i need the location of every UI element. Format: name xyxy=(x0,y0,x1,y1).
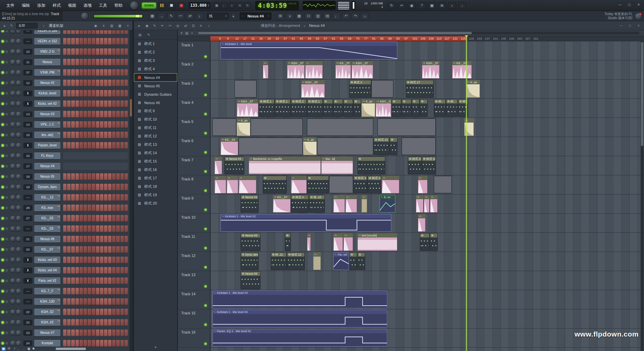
vertical-scrollbar[interactable] xyxy=(641,41,644,351)
step-cell[interactable] xyxy=(71,184,75,190)
step-cell[interactable] xyxy=(67,111,70,118)
menu-item-视图[interactable]: 视图 xyxy=(65,2,79,9)
step-cell[interactable] xyxy=(67,205,70,211)
step-grid-icon[interactable]: ▦ xyxy=(148,13,156,19)
step-cell[interactable] xyxy=(67,132,70,138)
channel-volume-knob[interactable] xyxy=(16,216,21,221)
track-name-cell[interactable]: Track 14 xyxy=(178,290,210,309)
clip-audio[interactable]: ↦KSH.._07 xyxy=(422,61,440,79)
channel-pan-knob[interactable] xyxy=(10,164,15,169)
channel-enable-led[interactable] xyxy=(1,92,4,95)
channel-volume-knob[interactable] xyxy=(16,164,21,169)
step-cell[interactable] xyxy=(112,319,115,326)
step-cell[interactable] xyxy=(88,298,91,305)
step-cell[interactable] xyxy=(116,173,119,180)
channel-pan-knob[interactable] xyxy=(10,30,15,33)
step-cell[interactable] xyxy=(108,246,111,253)
pattern-item[interactable]: Nexus #6 xyxy=(134,98,177,107)
step-cell[interactable] xyxy=(125,69,128,76)
menu-item-工具[interactable]: 工具 xyxy=(96,2,110,9)
step-cell[interactable] xyxy=(108,298,111,305)
channel-volume-knob[interactable] xyxy=(16,101,21,106)
channel-display[interactable]: 23 xyxy=(23,330,32,336)
step-cell[interactable] xyxy=(80,246,83,253)
step-cell[interactable] xyxy=(71,236,75,243)
clip-audio[interactable]: ↦ xyxy=(430,195,438,213)
picker-audio-icon[interactable]: ✎ xyxy=(146,33,151,37)
step-cell[interactable] xyxy=(108,69,111,76)
step-cell[interactable] xyxy=(125,121,128,128)
channel-enable-led[interactable] xyxy=(1,113,4,116)
channel-pan-knob[interactable] xyxy=(10,195,15,200)
step-cell[interactable] xyxy=(116,246,119,253)
menu-item-文件[interactable]: 文件 xyxy=(3,2,17,9)
playlist-close-icon[interactable]: × xyxy=(636,24,641,28)
track-name-cell[interactable]: Track 4 xyxy=(178,99,210,118)
channel-enable-led[interactable] xyxy=(1,196,4,199)
step-cell[interactable] xyxy=(104,100,107,107)
step-cell[interactable] xyxy=(63,173,66,180)
step-cell[interactable] xyxy=(96,90,99,97)
track-name-cell[interactable]: Track 6 xyxy=(178,137,210,156)
step-cell[interactable] xyxy=(63,38,66,45)
step-cell[interactable] xyxy=(104,288,107,295)
channel-pan-knob[interactable] xyxy=(10,143,15,148)
step-cell[interactable] xyxy=(120,267,124,274)
step-cell[interactable] xyxy=(100,340,103,347)
channel-display[interactable]: 21 xyxy=(23,236,32,242)
step-cell[interactable] xyxy=(84,205,87,211)
step-cell[interactable] xyxy=(84,48,87,55)
channel-pan-knob[interactable] xyxy=(10,174,15,179)
channel-pan-knob[interactable] xyxy=(10,278,15,283)
channel-volume-knob[interactable] xyxy=(16,278,21,283)
step-cell[interactable] xyxy=(104,225,107,232)
step-cell[interactable] xyxy=(76,132,79,138)
tempo-spinner[interactable]: ▴▾ xyxy=(208,4,209,7)
channel-mute-led[interactable] xyxy=(5,279,8,282)
step-cell[interactable] xyxy=(71,257,75,263)
track-led[interactable] xyxy=(204,285,207,288)
channel-volume-knob[interactable] xyxy=(16,268,21,273)
step-cell[interactable] xyxy=(120,257,124,263)
step-cell[interactable] xyxy=(100,173,103,180)
step-cell[interactable] xyxy=(104,80,107,86)
step-cell[interactable] xyxy=(116,30,119,34)
step-cell[interactable] xyxy=(125,132,128,138)
step-cell[interactable] xyxy=(108,194,111,201)
playlist-maximize-icon[interactable]: □ xyxy=(627,24,633,28)
step-cell[interactable] xyxy=(92,246,95,253)
step-cell[interactable] xyxy=(80,142,83,149)
step-cell[interactable] xyxy=(88,30,91,34)
step-cell[interactable] xyxy=(112,267,115,274)
step-cell[interactable] xyxy=(67,246,70,253)
track-lane[interactable]: ∿Kickstart 2 - Mix level xyxy=(210,41,644,60)
step-cell[interactable] xyxy=(84,298,87,305)
step-cell[interactable] xyxy=(92,277,95,284)
step-cell[interactable] xyxy=(71,142,75,149)
pattern-item[interactable]: 样式 13 xyxy=(134,140,177,149)
step-cell[interactable] xyxy=(63,330,66,336)
step-cell[interactable] xyxy=(92,257,95,263)
step-cell[interactable] xyxy=(80,59,83,65)
track-led[interactable] xyxy=(204,75,207,77)
channel-display[interactable] xyxy=(23,91,32,96)
step-cell[interactable] xyxy=(96,246,99,253)
ime-keyboard-icon[interactable]: ▦ xyxy=(28,347,31,351)
step-cell[interactable] xyxy=(76,59,79,65)
pattern-item[interactable]: 样式 14 xyxy=(134,149,177,157)
channel-button[interactable]: KS..7_F++ xyxy=(34,288,60,295)
step-cell[interactable] xyxy=(84,319,87,326)
channel-button[interactable]: Kontakt xyxy=(34,340,60,347)
channel-enable-led[interactable] xyxy=(1,207,4,209)
step-cell[interactable] xyxy=(100,59,103,65)
step-cell[interactable] xyxy=(92,173,95,180)
channel-enable-led[interactable] xyxy=(1,134,4,136)
clip-audio[interactable]: ↦ xyxy=(416,195,424,213)
step-cell[interactable] xyxy=(96,30,99,34)
channel-button[interactable]: Kickst..level xyxy=(34,90,60,97)
slip-tool-icon[interactable]: ⇄ xyxy=(186,13,194,19)
pattern-item[interactable]: 样式 20 xyxy=(134,199,177,208)
clip-stripes[interactable] xyxy=(212,118,236,136)
step-cell[interactable] xyxy=(100,184,103,190)
pattern-item[interactable]: 样式 10 xyxy=(134,115,177,124)
